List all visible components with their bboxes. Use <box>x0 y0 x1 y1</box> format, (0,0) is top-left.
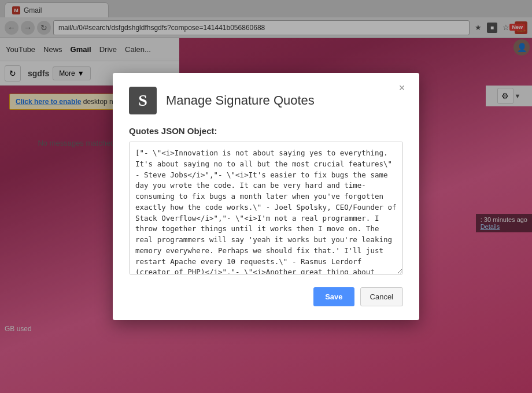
close-button[interactable]: × <box>395 81 409 95</box>
close-icon: × <box>399 82 405 94</box>
modal-header: S Manage Signature Quotes × <box>129 87 403 114</box>
quotes-json-textarea[interactable] <box>129 142 403 275</box>
save-button[interactable]: Save <box>313 287 354 306</box>
manage-signature-quotes-modal: S Manage Signature Quotes × Quotes JSON … <box>113 73 419 320</box>
modal-overlay: S Manage Signature Quotes × Quotes JSON … <box>0 0 532 393</box>
modal-logo: S <box>129 87 157 114</box>
modal-footer: Save Cancel <box>129 287 403 306</box>
cancel-button[interactable]: Cancel <box>360 287 403 306</box>
section-label: Quotes JSON Object: <box>129 126 403 136</box>
modal-logo-text: S <box>138 91 147 110</box>
modal-title: Manage Signature Quotes <box>166 93 315 108</box>
